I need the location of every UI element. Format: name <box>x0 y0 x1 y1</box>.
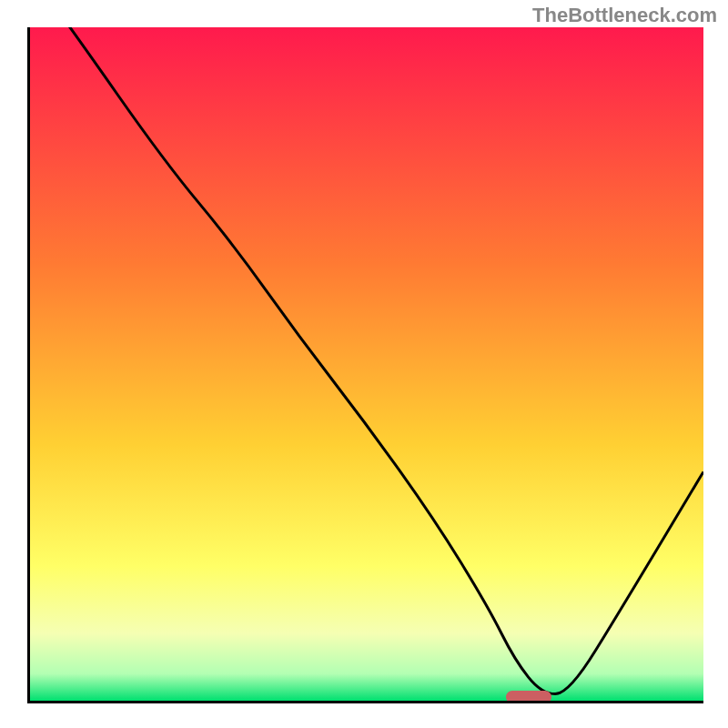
watermark-text: TheBottleneck.com <box>532 4 717 27</box>
curve-layer <box>30 27 703 701</box>
plot-area <box>27 27 703 703</box>
optimal-marker <box>506 691 551 703</box>
bottleneck-curve <box>30 27 703 694</box>
chart-container: TheBottleneck.com <box>0 0 728 728</box>
